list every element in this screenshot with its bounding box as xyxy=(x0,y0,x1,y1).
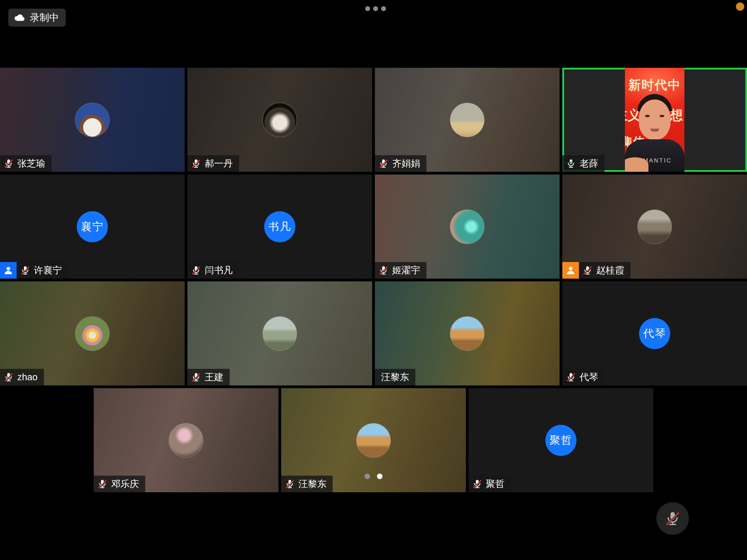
participant-name: 姬濯宇 xyxy=(392,264,420,277)
tile-bottom-bar: 汪黎东 xyxy=(281,476,333,492)
participant-tile[interactable]: 聚哲聚哲 xyxy=(469,388,653,492)
participant-name-label: 王建 xyxy=(187,369,230,385)
mic-muted-icon xyxy=(664,510,681,527)
person-hand xyxy=(625,157,648,172)
participant-name: 闫书凡 xyxy=(205,264,233,277)
more-options-icon[interactable] xyxy=(365,6,386,11)
participant-name-label: 老薛 xyxy=(562,155,605,172)
tile-bottom-bar: 郝一丹 xyxy=(187,155,239,172)
participant-tile[interactable]: 张芝瑜 xyxy=(0,68,185,172)
user-badge-icon xyxy=(0,262,17,279)
participant-tile[interactable]: 郝一丹 xyxy=(187,68,372,172)
mic-toggle-button[interactable] xyxy=(656,502,689,535)
participant-name-label: 赵桂霞 xyxy=(579,262,630,279)
participant-tile[interactable]: 汪黎东 xyxy=(281,388,466,492)
avatar-initials: 代琴 xyxy=(639,318,670,349)
participant-name: 聚哲 xyxy=(486,478,505,490)
participant-name: 许襄宁 xyxy=(34,264,62,277)
participant-name-label: 代琴 xyxy=(562,369,605,385)
participant-tile[interactable]: 代琴代琴 xyxy=(562,281,747,385)
participant-tile[interactable]: 汪黎东 xyxy=(375,281,560,385)
avatar xyxy=(75,317,109,351)
mic-muted-icon xyxy=(3,372,14,382)
participant-name-label: 聚哲 xyxy=(469,476,511,492)
mic-muted-icon xyxy=(191,265,201,276)
participant-name-label: 许襄宁 xyxy=(17,262,68,279)
avatar-initials: 聚哲 xyxy=(545,425,577,456)
tile-bottom-bar: 许襄宁 xyxy=(0,262,68,279)
mic-muted-icon xyxy=(378,158,389,169)
recording-badge[interactable]: 录制中 xyxy=(8,9,66,27)
pagination-dot[interactable] xyxy=(377,474,382,479)
mic-active-icon xyxy=(566,158,576,169)
recording-badge-label: 录制中 xyxy=(30,11,59,24)
tile-bottom-bar: 代琴 xyxy=(562,369,605,385)
grid-row: 邓乐庆汪黎东聚哲聚哲 xyxy=(0,388,747,492)
participant-tile[interactable]: 王建 xyxy=(187,281,372,385)
person-icon xyxy=(3,265,13,276)
mic-muted-icon xyxy=(378,265,389,276)
banner-text: 新时代中 xyxy=(625,77,684,94)
mic-muted-icon xyxy=(566,372,576,382)
participant-name-label: 张芝瑜 xyxy=(0,155,52,172)
participant-name: 齐娟娟 xyxy=(392,157,420,170)
tile-bottom-bar: 闫书凡 xyxy=(187,262,239,279)
participant-name-label: zhao xyxy=(0,369,44,385)
mic-muted-icon xyxy=(582,265,593,276)
participant-name: 老薛 xyxy=(580,157,598,170)
grid-row: 张芝瑜郝一丹齐娟娟新时代中主义想集体OMANTIC老薛 xyxy=(0,68,747,172)
cloud-icon xyxy=(14,13,26,22)
user-badge-icon xyxy=(562,262,579,279)
participant-tile[interactable]: 齐娟娟 xyxy=(375,68,560,172)
avatar xyxy=(450,103,484,137)
avatar xyxy=(638,210,672,244)
avatar xyxy=(263,317,297,351)
pagination-dot[interactable] xyxy=(365,474,370,479)
person-face xyxy=(639,100,671,140)
participant-name: 王建 xyxy=(205,371,223,383)
mic-muted-icon xyxy=(3,158,14,169)
tile-bottom-bar: 汪黎东 xyxy=(375,369,415,385)
participant-name: 汪黎东 xyxy=(298,478,326,490)
video-feed: 新时代中主义想集体OMANTIC xyxy=(625,68,684,172)
tile-bottom-bar: 邓乐庆 xyxy=(94,476,145,492)
participant-name: zhao xyxy=(17,372,38,383)
participant-tile[interactable]: 邓乐庆 xyxy=(94,388,278,492)
avatar xyxy=(169,423,203,457)
participant-name: 汪黎东 xyxy=(381,371,409,383)
participant-tile[interactable]: 姬濯宇 xyxy=(375,175,560,279)
avatar xyxy=(263,103,297,137)
tile-bottom-bar: 赵桂霞 xyxy=(562,262,630,279)
grid-row: 襄宁许襄宁书凡闫书凡姬濯宇赵桂霞 xyxy=(0,175,747,279)
participant-name-label: 汪黎东 xyxy=(375,369,415,385)
participant-tile[interactable]: zhao xyxy=(0,281,185,385)
participant-name: 代琴 xyxy=(580,371,598,383)
participants-grid: 张芝瑜郝一丹齐娟娟新时代中主义想集体OMANTIC老薛襄宁许襄宁书凡闫书凡姬濯宇… xyxy=(0,68,747,492)
avatar-initials: 襄宁 xyxy=(77,211,108,242)
avatar xyxy=(450,210,484,244)
tile-bottom-bar: 王建 xyxy=(187,369,230,385)
tile-bottom-bar: zhao xyxy=(0,369,44,385)
tile-bottom-bar: 聚哲 xyxy=(469,476,511,492)
participant-tile[interactable]: 襄宁许襄宁 xyxy=(0,175,185,279)
avatar xyxy=(357,423,390,457)
participant-name-label: 闫书凡 xyxy=(187,262,239,279)
avatar xyxy=(75,103,109,137)
tile-bottom-bar: 齐娟娟 xyxy=(375,155,426,172)
mic-muted-icon xyxy=(191,158,201,169)
participant-name: 张芝瑜 xyxy=(17,157,45,170)
avatar xyxy=(450,317,484,351)
participant-tile[interactable]: 赵桂霞 xyxy=(562,175,747,279)
participant-tile[interactable]: 书凡闫书凡 xyxy=(187,175,372,279)
mic-muted-icon xyxy=(20,265,30,276)
participant-name-label: 邓乐庆 xyxy=(94,476,145,492)
tile-bottom-bar: 张芝瑜 xyxy=(0,155,52,172)
mic-muted-icon xyxy=(191,372,201,382)
participant-name-label: 齐娟娟 xyxy=(375,155,426,172)
tile-bottom-bar: 姬濯宇 xyxy=(375,262,426,279)
participant-tile[interactable]: 新时代中主义想集体OMANTIC老薛 xyxy=(562,68,747,172)
mic-muted-icon xyxy=(285,479,295,489)
pagination-dots[interactable] xyxy=(365,474,382,479)
participant-name: 郝一丹 xyxy=(205,157,233,170)
person-icon xyxy=(565,265,576,276)
